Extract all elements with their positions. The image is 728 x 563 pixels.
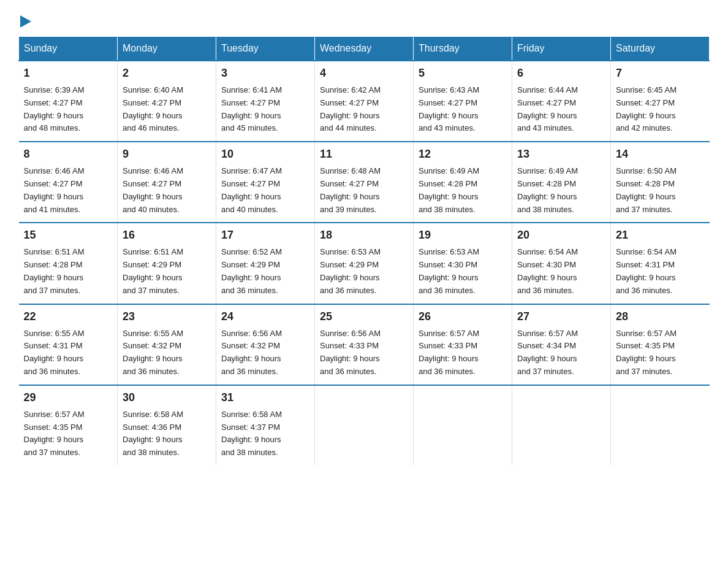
day-info: Sunrise: 6:57 AMSunset: 4:35 PMDaylight:… xyxy=(24,408,113,459)
day-info: Sunrise: 6:42 AMSunset: 4:27 PMDaylight:… xyxy=(320,84,408,135)
calendar-day-cell: 31Sunrise: 6:58 AMSunset: 4:37 PMDayligh… xyxy=(216,385,315,465)
day-number: 10 xyxy=(221,146,309,163)
day-number: 4 xyxy=(320,65,408,82)
day-number: 29 xyxy=(24,389,113,406)
day-info: Sunrise: 6:53 AMSunset: 4:29 PMDaylight:… xyxy=(320,246,408,297)
day-number: 21 xyxy=(616,227,705,243)
calendar-day-cell xyxy=(611,385,710,465)
calendar-day-cell: 25Sunrise: 6:56 AMSunset: 4:33 PMDayligh… xyxy=(315,304,414,385)
calendar-day-cell: 29Sunrise: 6:57 AMSunset: 4:35 PMDayligh… xyxy=(19,385,118,465)
day-info: Sunrise: 6:44 AMSunset: 4:27 PMDaylight:… xyxy=(517,84,605,135)
day-info: Sunrise: 6:43 AMSunset: 4:27 PMDaylight:… xyxy=(419,84,507,135)
day-number: 20 xyxy=(517,227,605,243)
day-info: Sunrise: 6:50 AMSunset: 4:28 PMDaylight:… xyxy=(616,165,705,216)
day-number: 19 xyxy=(419,227,507,243)
weekday-header-wednesday: Wednesday xyxy=(315,37,414,61)
calendar-day-cell: 5Sunrise: 6:43 AMSunset: 4:27 PMDaylight… xyxy=(414,61,512,142)
calendar-day-cell: 16Sunrise: 6:51 AMSunset: 4:29 PMDayligh… xyxy=(118,223,216,304)
day-number: 3 xyxy=(221,65,309,82)
day-number: 13 xyxy=(517,146,605,163)
logo-arrow-icon xyxy=(20,15,31,28)
weekday-header-saturday: Saturday xyxy=(611,37,710,61)
day-info: Sunrise: 6:48 AMSunset: 4:27 PMDaylight:… xyxy=(320,165,408,216)
weekday-header-friday: Friday xyxy=(512,37,611,61)
day-number: 15 xyxy=(24,227,113,243)
day-info: Sunrise: 6:57 AMSunset: 4:34 PMDaylight:… xyxy=(517,327,605,378)
calendar-day-cell: 18Sunrise: 6:53 AMSunset: 4:29 PMDayligh… xyxy=(315,223,414,304)
day-info: Sunrise: 6:52 AMSunset: 4:29 PMDaylight:… xyxy=(221,246,309,297)
day-number: 26 xyxy=(419,308,507,325)
calendar-day-cell: 21Sunrise: 6:54 AMSunset: 4:31 PMDayligh… xyxy=(611,223,710,304)
day-number: 2 xyxy=(123,65,211,82)
day-number: 28 xyxy=(616,308,705,325)
logo xyxy=(18,12,31,25)
calendar-day-cell: 7Sunrise: 6:45 AMSunset: 4:27 PMDaylight… xyxy=(611,61,710,142)
day-number: 23 xyxy=(123,308,211,325)
day-number: 6 xyxy=(517,65,605,82)
day-number: 14 xyxy=(616,146,705,163)
day-info: Sunrise: 6:45 AMSunset: 4:27 PMDaylight:… xyxy=(616,84,705,135)
day-number: 30 xyxy=(123,389,211,406)
calendar-week-row: 8Sunrise: 6:46 AMSunset: 4:27 PMDaylight… xyxy=(19,142,710,223)
calendar-day-cell: 13Sunrise: 6:49 AMSunset: 4:28 PMDayligh… xyxy=(512,142,611,223)
calendar-day-cell xyxy=(315,385,414,465)
calendar-day-cell: 19Sunrise: 6:53 AMSunset: 4:30 PMDayligh… xyxy=(414,223,512,304)
calendar-day-cell xyxy=(414,385,512,465)
calendar-week-row: 22Sunrise: 6:55 AMSunset: 4:31 PMDayligh… xyxy=(19,304,710,385)
day-info: Sunrise: 6:55 AMSunset: 4:32 PMDaylight:… xyxy=(123,327,211,378)
day-info: Sunrise: 6:56 AMSunset: 4:32 PMDaylight:… xyxy=(221,327,309,378)
calendar-day-cell: 3Sunrise: 6:41 AMSunset: 4:27 PMDaylight… xyxy=(216,61,315,142)
day-number: 7 xyxy=(616,65,705,82)
day-info: Sunrise: 6:49 AMSunset: 4:28 PMDaylight:… xyxy=(517,165,605,216)
calendar-day-cell: 26Sunrise: 6:57 AMSunset: 4:33 PMDayligh… xyxy=(414,304,512,385)
calendar-day-cell: 27Sunrise: 6:57 AMSunset: 4:34 PMDayligh… xyxy=(512,304,611,385)
day-info: Sunrise: 6:57 AMSunset: 4:33 PMDaylight:… xyxy=(419,327,507,378)
day-info: Sunrise: 6:54 AMSunset: 4:30 PMDaylight:… xyxy=(517,246,605,297)
day-info: Sunrise: 6:56 AMSunset: 4:33 PMDaylight:… xyxy=(320,327,408,378)
day-number: 12 xyxy=(419,146,507,163)
day-info: Sunrise: 6:40 AMSunset: 4:27 PMDaylight:… xyxy=(123,84,211,135)
day-info: Sunrise: 6:58 AMSunset: 4:37 PMDaylight:… xyxy=(221,408,309,459)
day-info: Sunrise: 6:57 AMSunset: 4:35 PMDaylight:… xyxy=(616,327,705,378)
day-info: Sunrise: 6:47 AMSunset: 4:27 PMDaylight:… xyxy=(221,165,309,216)
calendar-week-row: 1Sunrise: 6:39 AMSunset: 4:27 PMDaylight… xyxy=(19,61,710,142)
calendar-day-cell: 10Sunrise: 6:47 AMSunset: 4:27 PMDayligh… xyxy=(216,142,315,223)
calendar-day-cell: 9Sunrise: 6:46 AMSunset: 4:27 PMDaylight… xyxy=(118,142,216,223)
calendar-header-row: SundayMondayTuesdayWednesdayThursdayFrid… xyxy=(19,37,710,61)
day-number: 16 xyxy=(123,227,211,243)
day-info: Sunrise: 6:41 AMSunset: 4:27 PMDaylight:… xyxy=(221,84,309,135)
day-number: 18 xyxy=(320,227,408,243)
day-info: Sunrise: 6:54 AMSunset: 4:31 PMDaylight:… xyxy=(616,246,705,297)
calendar-day-cell: 15Sunrise: 6:51 AMSunset: 4:28 PMDayligh… xyxy=(19,223,118,304)
calendar-week-row: 29Sunrise: 6:57 AMSunset: 4:35 PMDayligh… xyxy=(19,385,710,465)
day-info: Sunrise: 6:46 AMSunset: 4:27 PMDaylight:… xyxy=(24,165,113,216)
day-number: 8 xyxy=(24,146,113,163)
day-number: 31 xyxy=(221,389,309,406)
weekday-header-tuesday: Tuesday xyxy=(216,37,315,61)
calendar-day-cell xyxy=(512,385,611,465)
page-header xyxy=(18,12,710,25)
calendar-day-cell: 17Sunrise: 6:52 AMSunset: 4:29 PMDayligh… xyxy=(216,223,315,304)
day-info: Sunrise: 6:58 AMSunset: 4:36 PMDaylight:… xyxy=(123,408,211,459)
day-info: Sunrise: 6:39 AMSunset: 4:27 PMDaylight:… xyxy=(24,84,113,135)
calendar-day-cell: 12Sunrise: 6:49 AMSunset: 4:28 PMDayligh… xyxy=(414,142,512,223)
weekday-header-monday: Monday xyxy=(118,37,216,61)
day-info: Sunrise: 6:51 AMSunset: 4:29 PMDaylight:… xyxy=(123,246,211,297)
day-number: 5 xyxy=(419,65,507,82)
calendar-week-row: 15Sunrise: 6:51 AMSunset: 4:28 PMDayligh… xyxy=(19,223,710,304)
calendar-day-cell: 28Sunrise: 6:57 AMSunset: 4:35 PMDayligh… xyxy=(611,304,710,385)
calendar-day-cell: 24Sunrise: 6:56 AMSunset: 4:32 PMDayligh… xyxy=(216,304,315,385)
calendar-day-cell: 1Sunrise: 6:39 AMSunset: 4:27 PMDaylight… xyxy=(19,61,118,142)
day-info: Sunrise: 6:49 AMSunset: 4:28 PMDaylight:… xyxy=(419,165,507,216)
calendar-day-cell: 8Sunrise: 6:46 AMSunset: 4:27 PMDaylight… xyxy=(19,142,118,223)
day-number: 22 xyxy=(24,308,113,325)
day-info: Sunrise: 6:46 AMSunset: 4:27 PMDaylight:… xyxy=(123,165,211,216)
day-number: 9 xyxy=(123,146,211,163)
calendar-day-cell: 20Sunrise: 6:54 AMSunset: 4:30 PMDayligh… xyxy=(512,223,611,304)
day-number: 27 xyxy=(517,308,605,325)
day-info: Sunrise: 6:51 AMSunset: 4:28 PMDaylight:… xyxy=(24,246,113,297)
day-info: Sunrise: 6:55 AMSunset: 4:31 PMDaylight:… xyxy=(24,327,113,378)
calendar-day-cell: 14Sunrise: 6:50 AMSunset: 4:28 PMDayligh… xyxy=(611,142,710,223)
calendar-day-cell: 6Sunrise: 6:44 AMSunset: 4:27 PMDaylight… xyxy=(512,61,611,142)
day-info: Sunrise: 6:53 AMSunset: 4:30 PMDaylight:… xyxy=(419,246,507,297)
